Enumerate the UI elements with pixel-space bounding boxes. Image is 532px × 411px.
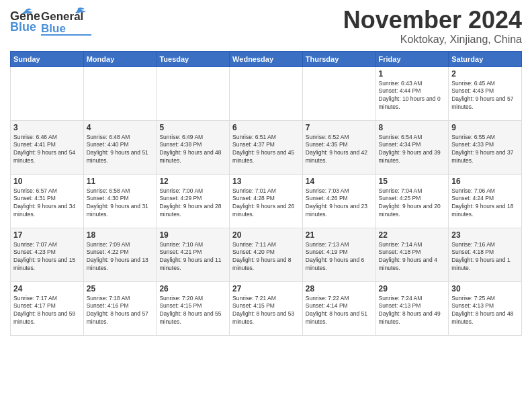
day-number: 16 (451, 177, 519, 186)
calendar-week-row: 24Sunrise: 7:17 AMSunset: 4:17 PMDayligh… (11, 281, 522, 335)
day-number: 30 (451, 284, 519, 293)
calendar-cell: 9Sunrise: 6:55 AMSunset: 4:33 PMDaylight… (449, 120, 522, 174)
month-title: November 2024 (343, 7, 522, 34)
day-info: Sunrise: 6:51 AMSunset: 4:37 PMDaylight:… (232, 134, 300, 166)
subtitle: Koktokay, Xinjiang, China (343, 34, 522, 46)
day-number: 15 (379, 177, 446, 186)
day-info: Sunrise: 7:03 AMSunset: 4:26 PMDaylight:… (306, 187, 373, 220)
calendar-cell: 12Sunrise: 7:00 AMSunset: 4:29 PMDayligh… (157, 174, 230, 228)
calendar-cell: 1Sunrise: 6:43 AMSunset: 4:44 PMDaylight… (375, 66, 449, 120)
calendar-cell: 15Sunrise: 7:04 AMSunset: 4:25 PMDayligh… (375, 174, 449, 228)
day-info: Sunrise: 6:57 AMSunset: 4:31 PMDaylight:… (13, 187, 81, 220)
page-container: General Blue General Blue November 2024 … (0, 0, 532, 339)
day-number: 28 (306, 284, 373, 293)
logo-icon: General Blue (10, 7, 40, 36)
calendar-cell: 5Sunrise: 6:49 AMSunset: 4:38 PMDaylight… (157, 120, 230, 174)
calendar-cell: 23Sunrise: 7:16 AMSunset: 4:18 PMDayligh… (449, 228, 522, 281)
day-number: 3 (13, 123, 81, 132)
day-number: 26 (159, 284, 226, 293)
calendar-cell: 20Sunrise: 7:11 AMSunset: 4:20 PMDayligh… (230, 228, 303, 281)
calendar-cell: 4Sunrise: 6:48 AMSunset: 4:40 PMDaylight… (83, 120, 157, 174)
svg-text:Blue: Blue (10, 20, 36, 34)
calendar-cell: 28Sunrise: 7:22 AMSunset: 4:14 PMDayligh… (302, 281, 375, 335)
calendar-cell: 30Sunrise: 7:25 AMSunset: 4:13 PMDayligh… (449, 281, 522, 335)
day-info: Sunrise: 6:52 AMSunset: 4:35 PMDaylight:… (306, 134, 373, 166)
calendar-cell: 26Sunrise: 7:20 AMSunset: 4:15 PMDayligh… (157, 281, 230, 335)
weekday-header-row: Sunday Monday Tuesday Wednesday Thursday… (11, 51, 522, 66)
calendar-cell: 29Sunrise: 7:24 AMSunset: 4:13 PMDayligh… (375, 281, 449, 335)
day-info: Sunrise: 7:18 AMSunset: 4:16 PMDaylight:… (87, 295, 154, 327)
day-number: 14 (306, 177, 373, 186)
day-info: Sunrise: 7:21 AMSunset: 4:15 PMDaylight:… (232, 295, 300, 327)
day-number: 7 (306, 123, 373, 132)
calendar-cell: 3Sunrise: 6:46 AMSunset: 4:41 PMDaylight… (11, 120, 84, 174)
calendar-cell: 11Sunrise: 6:58 AMSunset: 4:30 PMDayligh… (83, 174, 157, 228)
day-number: 2 (451, 69, 519, 79)
header-wednesday: Wednesday (230, 51, 303, 66)
day-number: 11 (87, 177, 154, 186)
day-number: 17 (13, 230, 81, 240)
day-info: Sunrise: 7:22 AMSunset: 4:14 PMDaylight:… (306, 295, 373, 327)
day-number: 8 (379, 123, 446, 132)
day-info: Sunrise: 7:16 AMSunset: 4:18 PMDaylight:… (451, 241, 519, 273)
calendar-cell: 21Sunrise: 7:13 AMSunset: 4:19 PMDayligh… (302, 228, 375, 281)
calendar-cell: 8Sunrise: 6:54 AMSunset: 4:34 PMDaylight… (375, 120, 449, 174)
day-number: 19 (159, 230, 226, 240)
header-monday: Monday (83, 51, 157, 66)
day-info: Sunrise: 7:01 AMSunset: 4:28 PMDaylight:… (232, 187, 300, 220)
header-saturday: Saturday (449, 51, 522, 66)
calendar-cell (157, 66, 230, 120)
day-number: 9 (451, 123, 519, 132)
calendar-cell (230, 66, 303, 120)
calendar-table: Sunday Monday Tuesday Wednesday Thursday… (10, 51, 522, 336)
calendar-header: Sunday Monday Tuesday Wednesday Thursday… (11, 51, 522, 66)
day-info: Sunrise: 7:20 AMSunset: 4:15 PMDaylight:… (159, 295, 226, 327)
day-number: 27 (232, 284, 300, 293)
calendar-cell: 18Sunrise: 7:09 AMSunset: 4:22 PMDayligh… (83, 228, 157, 281)
day-info: Sunrise: 6:48 AMSunset: 4:40 PMDaylight:… (87, 134, 154, 166)
calendar-cell: 25Sunrise: 7:18 AMSunset: 4:16 PMDayligh… (83, 281, 157, 335)
header: General Blue General Blue November 2024 … (10, 7, 522, 46)
day-info: Sunrise: 7:24 AMSunset: 4:13 PMDaylight:… (379, 295, 446, 327)
day-info: Sunrise: 6:55 AMSunset: 4:33 PMDaylight:… (451, 134, 519, 166)
day-number: 23 (451, 230, 519, 240)
day-number: 12 (159, 177, 226, 186)
day-number: 18 (87, 230, 154, 240)
header-tuesday: Tuesday (157, 51, 230, 66)
day-info: Sunrise: 6:45 AMSunset: 4:43 PMDaylight:… (451, 80, 519, 112)
calendar-body: 1Sunrise: 6:43 AMSunset: 4:44 PMDaylight… (11, 66, 522, 335)
logo-svg: General Blue (41, 7, 115, 36)
calendar-cell: 22Sunrise: 7:14 AMSunset: 4:18 PMDayligh… (375, 228, 449, 281)
day-info: Sunrise: 7:11 AMSunset: 4:20 PMDaylight:… (232, 241, 300, 273)
logo: General Blue General Blue (10, 7, 115, 36)
day-info: Sunrise: 6:49 AMSunset: 4:38 PMDaylight:… (159, 134, 226, 166)
day-number: 20 (232, 230, 300, 240)
calendar-cell: 27Sunrise: 7:21 AMSunset: 4:15 PMDayligh… (230, 281, 303, 335)
day-number: 25 (87, 284, 154, 293)
day-number: 10 (13, 177, 81, 186)
calendar-cell: 6Sunrise: 6:51 AMSunset: 4:37 PMDaylight… (230, 120, 303, 174)
day-info: Sunrise: 7:14 AMSunset: 4:18 PMDaylight:… (379, 241, 446, 273)
calendar-cell: 19Sunrise: 7:10 AMSunset: 4:21 PMDayligh… (157, 228, 230, 281)
day-number: 1 (379, 69, 446, 79)
day-info: Sunrise: 7:25 AMSunset: 4:13 PMDaylight:… (451, 295, 519, 327)
calendar-cell (302, 66, 375, 120)
day-info: Sunrise: 6:58 AMSunset: 4:30 PMDaylight:… (87, 187, 154, 220)
day-number: 13 (232, 177, 300, 186)
day-number: 21 (306, 230, 373, 240)
calendar-cell (11, 66, 84, 120)
day-info: Sunrise: 7:04 AMSunset: 4:25 PMDaylight:… (379, 187, 446, 220)
day-info: Sunrise: 7:17 AMSunset: 4:17 PMDaylight:… (13, 295, 81, 327)
day-number: 22 (379, 230, 446, 240)
calendar-cell (83, 66, 157, 120)
calendar-cell: 2Sunrise: 6:45 AMSunset: 4:43 PMDaylight… (449, 66, 522, 120)
title-area: November 2024 Koktokay, Xinjiang, China (343, 7, 522, 46)
calendar-week-row: 10Sunrise: 6:57 AMSunset: 4:31 PMDayligh… (11, 174, 522, 228)
calendar-week-row: 1Sunrise: 6:43 AMSunset: 4:44 PMDaylight… (11, 66, 522, 120)
day-info: Sunrise: 6:46 AMSunset: 4:41 PMDaylight:… (13, 134, 81, 166)
day-info: Sunrise: 7:00 AMSunset: 4:29 PMDaylight:… (159, 187, 226, 220)
calendar-cell: 14Sunrise: 7:03 AMSunset: 4:26 PMDayligh… (302, 174, 375, 228)
day-number: 29 (379, 284, 446, 293)
calendar-cell: 16Sunrise: 7:06 AMSunset: 4:24 PMDayligh… (449, 174, 522, 228)
day-info: Sunrise: 6:54 AMSunset: 4:34 PMDaylight:… (379, 134, 446, 166)
